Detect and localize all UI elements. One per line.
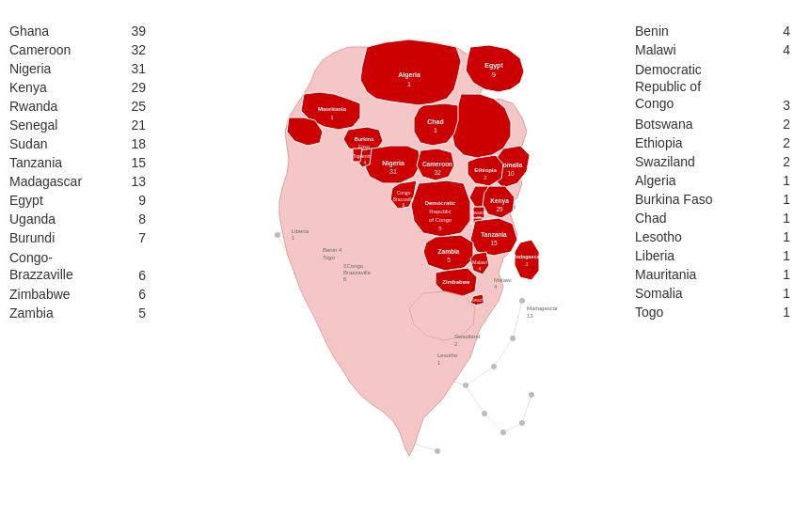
left-legend-row: Rwanda25 xyxy=(9,99,155,114)
legend-country: Tanzania xyxy=(9,155,62,170)
legend-country: Ghana xyxy=(9,23,49,39)
legend-country: Benin xyxy=(635,23,669,39)
svg-text:Zimbabwe: Zimbabwe xyxy=(442,279,470,285)
legend-count: 2 xyxy=(783,135,790,150)
legend-count: 9 xyxy=(138,193,146,208)
legend-count: 4 xyxy=(783,42,790,57)
svg-text:1: 1 xyxy=(407,81,411,87)
svg-text:Congo: Congo xyxy=(397,190,411,196)
svg-text:Republic: Republic xyxy=(429,209,451,214)
svg-point-50 xyxy=(529,392,534,398)
svg-text:1: 1 xyxy=(434,127,437,133)
legend-country: Senegal xyxy=(9,117,57,133)
svg-text:32: 32 xyxy=(434,169,441,176)
svg-text:Chad: Chad xyxy=(427,118,444,125)
legend-country: Congo- xyxy=(9,249,73,266)
svg-text:≡Congo: ≡Congo xyxy=(343,263,364,269)
africa-map: Algeria 1 Egypt 9 Mauritania 1 Chad 1 Bu… xyxy=(221,19,569,508)
svg-point-43 xyxy=(519,298,525,304)
legend-country: Uganda xyxy=(9,211,56,227)
left-legend-row: Sudan18 xyxy=(9,136,155,151)
legend-count: 15 xyxy=(131,155,146,170)
left-legend-row: Senegal21 xyxy=(9,117,155,133)
main-container: Ghana39Cameroon32Nigeria31Kenya29Rwanda2… xyxy=(0,0,809,532)
legend-count: 1 xyxy=(783,248,790,263)
svg-text:Ethiopia: Ethiopia xyxy=(474,167,497,173)
right-legend-row: Burkina Faso1 xyxy=(635,192,800,207)
legend-count: 1 xyxy=(783,267,790,282)
svg-point-41 xyxy=(491,364,497,369)
svg-text:Madagascar: Madagascar xyxy=(527,305,558,311)
svg-text:Brazzaville: Brazzaville xyxy=(343,270,372,275)
right-legend-row: Malawi4 xyxy=(635,42,800,57)
svg-text:Malawi: Malawi xyxy=(494,277,512,283)
right-legend-row: Swaziland2 xyxy=(635,154,800,169)
svg-text:Burkina: Burkina xyxy=(355,136,374,142)
svg-text:Egypt: Egypt xyxy=(484,62,503,70)
legend-count: 31 xyxy=(131,61,146,76)
legend-count: 2 xyxy=(783,154,790,169)
legend-count: 21 xyxy=(131,117,146,133)
legend-country: Kenya xyxy=(9,80,47,95)
left-legend-row: Zambia5 xyxy=(9,305,155,321)
left-legend-row: Cameroon32 xyxy=(9,42,155,57)
svg-line-23 xyxy=(522,395,531,423)
svg-text:15: 15 xyxy=(490,240,498,246)
svg-point-46 xyxy=(435,448,440,454)
svg-point-27 xyxy=(275,232,280,238)
svg-point-49 xyxy=(519,420,525,426)
left-legend-row: Uganda8 xyxy=(9,211,155,227)
svg-text:Togo: Togo xyxy=(323,255,336,260)
right-legend-row: Benin4 xyxy=(635,23,800,39)
left-legend-row: Tanzania15 xyxy=(9,155,155,170)
legend-count: 1 xyxy=(783,305,790,320)
legend-count: 6 xyxy=(138,287,146,302)
svg-text:Kenya: Kenya xyxy=(490,197,509,205)
svg-point-42 xyxy=(510,336,516,341)
left-legend-row: Ghana39 xyxy=(9,23,155,39)
right-legend-row: Chad1 xyxy=(635,211,800,226)
legend-country: Somalia xyxy=(635,286,683,301)
svg-line-22 xyxy=(503,423,522,432)
legend-count: 1 xyxy=(783,192,790,207)
legend-country: Congo xyxy=(635,95,702,112)
left-legend-row: Madagascar13 xyxy=(9,174,155,189)
svg-text:5: 5 xyxy=(447,257,451,263)
legend-count: 6 xyxy=(138,268,146,283)
legend-count: 13 xyxy=(131,174,146,189)
right-legend-row: Botswana2 xyxy=(635,117,800,132)
legend-count: 7 xyxy=(138,230,146,245)
right-legend-row: Algeria1 xyxy=(635,173,800,188)
legend-count: 1 xyxy=(783,173,790,188)
right-legend: Benin4Malawi4DemocraticRepublic ofCongo3… xyxy=(635,19,800,323)
legend-count: 1 xyxy=(783,229,790,244)
right-legend-row: Ethiopia2 xyxy=(635,135,800,150)
svg-text:4: 4 xyxy=(479,266,482,272)
left-legend-row: Zimbabwe6 xyxy=(9,287,155,302)
right-legend-row: Togo1 xyxy=(635,305,800,320)
left-legend-row: Nigeria31 xyxy=(9,61,155,76)
legend-country: Togo xyxy=(635,305,663,320)
legend-count: 1 xyxy=(783,286,790,301)
svg-text:Cameroon: Cameroon xyxy=(422,161,452,167)
legend-country: Madagascar xyxy=(9,174,82,189)
svg-text:4: 4 xyxy=(364,160,367,165)
legend-count: 18 xyxy=(131,136,146,151)
left-legend-row: Congo-Brazzaville6 xyxy=(9,249,155,283)
legend-country: Nigeria xyxy=(9,61,51,76)
legend-count: 2 xyxy=(783,117,790,132)
svg-text:Swaziland: Swaziland xyxy=(454,334,480,339)
right-legend-row: Lesotho1 xyxy=(635,229,800,244)
legend-country: Liberia xyxy=(635,248,674,263)
svg-text:Liberia: Liberia xyxy=(292,228,309,234)
legend-country: Lesotho xyxy=(635,229,682,244)
right-legend-row: Mauritania1 xyxy=(635,267,800,282)
legend-country: Burkina Faso xyxy=(635,192,712,207)
legend-country: Mauritania xyxy=(635,267,696,282)
legend-country: Algeria xyxy=(635,173,676,188)
legend-country: Zimbabwe xyxy=(9,287,71,302)
svg-text:Algeria: Algeria xyxy=(398,71,420,79)
legend-count: 5 xyxy=(138,305,146,321)
right-legend-row: DemocraticRepublic ofCongo3 xyxy=(635,61,800,113)
svg-text:Madagascar: Madagascar xyxy=(512,254,543,259)
